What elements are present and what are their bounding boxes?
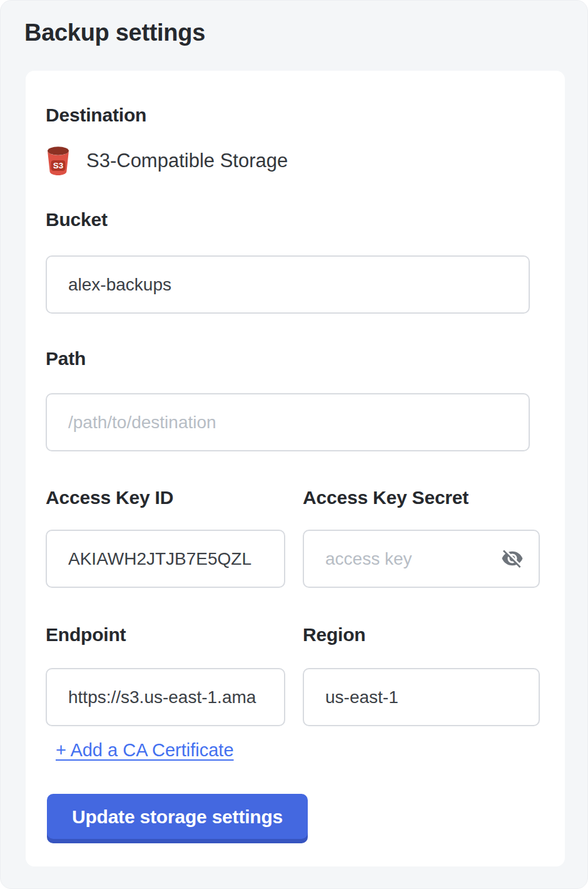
access-key-id-input[interactable] <box>46 530 285 588</box>
endpoint-field: Endpoint <box>46 624 285 726</box>
toggle-secret-visibility-button[interactable] <box>501 547 524 570</box>
access-key-secret-label: Access Key Secret <box>303 487 540 508</box>
update-storage-settings-button[interactable]: Update storage settings <box>47 794 308 843</box>
backup-settings-screen: Backup settings Destination S3 S3-Compat… <box>0 0 588 889</box>
add-ca-certificate-link[interactable]: + Add a CA Certificate <box>56 741 234 760</box>
endpoint-input[interactable] <box>46 668 285 726</box>
destination-label: Destination <box>46 105 545 126</box>
destination-row: S3 S3-Compatible Storage <box>46 146 545 175</box>
access-key-id-field: Access Key ID <box>46 487 285 588</box>
svg-text:S3: S3 <box>53 161 64 170</box>
path-label: Path <box>46 348 545 369</box>
eye-off-icon <box>501 547 524 570</box>
backup-settings-card: Destination S3 S3-Compatible Storage Buc… <box>26 71 565 866</box>
path-input[interactable] <box>46 393 530 451</box>
endpoint-label: Endpoint <box>46 624 285 645</box>
access-key-secret-field: Access Key Secret <box>303 487 540 588</box>
access-key-secret-control <box>303 530 540 588</box>
region-input[interactable] <box>303 668 540 726</box>
access-key-id-label: Access Key ID <box>46 487 285 508</box>
access-keys-row: Access Key ID Access Key Secret <box>46 487 545 588</box>
bucket-input[interactable] <box>46 255 530 314</box>
page-title: Backup settings <box>24 19 205 46</box>
region-field: Region <box>303 624 540 726</box>
region-label: Region <box>303 624 540 645</box>
destination-value: S3-Compatible Storage <box>86 150 288 172</box>
bucket-label: Bucket <box>46 209 545 230</box>
endpoint-region-row: Endpoint Region <box>46 624 545 726</box>
s3-bucket-icon: S3 <box>46 146 71 175</box>
